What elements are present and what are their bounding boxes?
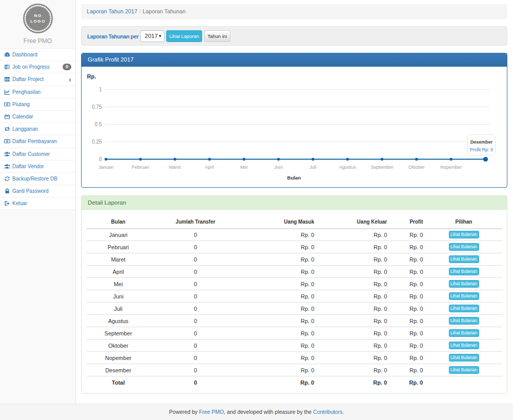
svg-text:Januari: Januari [98,165,114,170]
svg-text:Agustus: Agustus [339,165,356,170]
svg-text:Mei: Mei [240,165,248,170]
svg-text:Juni: Juni [274,165,283,170]
svg-text:Bulan: Bulan [287,175,301,181]
svg-text:0.5: 0.5 [95,122,102,127]
svg-text:Oktober: Oktober [408,165,425,170]
svg-text:Rp.: Rp. [87,73,96,79]
svg-text:Desember: Desember [470,139,493,145]
svg-text:Profit Rp: 0: Profit Rp: 0 [470,147,493,152]
svg-text:1: 1 [99,87,102,92]
svg-text:0.75: 0.75 [92,104,102,110]
svg-text:0: 0 [99,156,102,162]
svg-text:April: April [205,165,214,170]
svg-text:Pebruari: Pebruari [132,165,149,170]
svg-text:Nopember: Nopember [440,165,462,170]
svg-text:Maret: Maret [169,165,182,170]
svg-text:NO: NO [34,13,42,18]
svg-text:September: September [371,165,393,170]
svg-text:0.25: 0.25 [92,139,102,145]
svg-text:LOGO: LOGO [30,19,46,24]
svg-text:Juli: Juli [309,165,317,170]
